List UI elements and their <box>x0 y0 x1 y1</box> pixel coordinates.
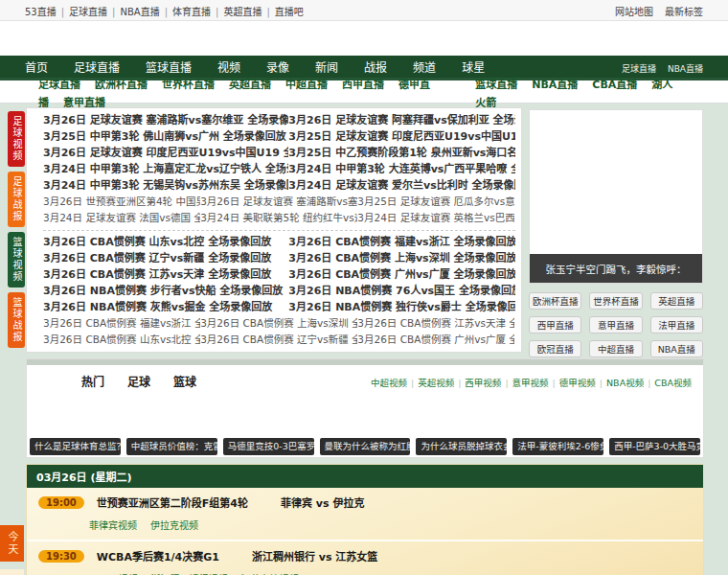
basketball-video-link[interactable]: 3月26日 NBA惯例赛 灰熊vs掘金 全场录像回放 <box>43 299 288 315</box>
topbar-link[interactable]: NBA直播 <box>120 7 172 17</box>
video-category-tab[interactable]: 足球 <box>127 376 150 389</box>
football-video-link-small[interactable]: 3月24日 美职联第5轮 纽约红牛vs迈阿... <box>200 210 357 226</box>
video-category-link[interactable]: 意甲视频 <box>512 378 559 388</box>
match-video-link[interactable]: 伊拉克视频 <box>150 520 198 531</box>
live-channel-button[interactable]: 中超直播 <box>589 340 642 357</box>
side-tabs: 足球视频 足球战报 篮球视频 篮球战报 <box>8 111 25 353</box>
list-row: 3月26日 CBA惯例赛 山东vs北控 全场录像回放3月26日 CBA惯例赛 福… <box>43 234 515 250</box>
football-video-link[interactable]: 3月24日 中甲第3轮 上海嘉定汇龙vs辽宁铁人 全场录像回放 <box>43 161 288 177</box>
basketball-video-list-2col: 3月26日 CBA惯例赛 山东vs北控 全场录像回放3月26日 CBA惯例赛 福… <box>43 234 515 315</box>
video-category-tab[interactable]: 篮球 <box>173 376 196 389</box>
basketball-video-link[interactable]: 3月26日 NBA惯例赛 步行者vs快船 全场录像回放 <box>43 283 288 299</box>
nav-right-link[interactable]: NBA直播 <box>668 64 703 74</box>
nav-right-link[interactable]: 足球直播 <box>622 64 656 74</box>
schedule-row: 19:30WCBA季后赛1/4决赛G1浙江稠州银行 vs 江苏女篮WCBA视频浙… <box>27 541 703 575</box>
football-video-link[interactable]: 3月25日 中乙预赛阶段第1轮 泉州亚新vs海口名城 全场录像回放 <box>288 145 515 161</box>
subnav-link[interactable]: NBA直播 <box>532 79 578 91</box>
live-channel-button[interactable]: 世界杯直播 <box>589 292 642 310</box>
basketball-video-link-small[interactable]: 3月26日 CBA惯例赛 福建vs浙江 全场... <box>43 315 200 332</box>
football-video-link[interactable]: 3月25日 中甲第3轮 佛山南狮vs广州 全场录像回放 <box>43 128 288 145</box>
basketball-video-link[interactable]: 3月26日 CBA惯例赛 辽宁vs新疆 全场录像回放 <box>43 250 288 266</box>
live-channel-button[interactable]: 英超直播 <box>650 292 703 310</box>
topbar-link[interactable]: 体育直播 <box>172 7 223 17</box>
subnav-link[interactable]: 英超直播 <box>229 79 271 91</box>
football-video-link-small[interactable]: 3月25日 足球友谊赛 厄瓜多尔vs意大利 ... <box>357 194 514 210</box>
basketball-video-link-small[interactable]: 3月26日 CBA惯例赛 江苏vs天津 全场... <box>357 315 514 332</box>
topbar-right-link[interactable]: 网站地图 <box>615 7 653 17</box>
tab-tomorrow[interactable]: 明天 <box>0 569 24 575</box>
basketball-video-link[interactable]: 3月26日 CBA惯例赛 广州vs广厦 全场录像回放 <box>288 266 515 283</box>
topbar-link[interactable]: 直播吧 <box>275 7 304 17</box>
tab-basketball-video[interactable]: 篮球视频 <box>8 232 25 288</box>
basketball-video-link-small[interactable]: 3月26日 CBA惯例赛 山东vs北控 全场... <box>43 332 200 348</box>
tab-basketball-report[interactable]: 篮球战报 <box>8 292 25 348</box>
basketball-video-link-small[interactable]: 3月26日 CBA惯例赛 辽宁vs新疆 全场... <box>200 332 357 348</box>
football-video-link[interactable]: 3月25日 足球友谊赛 印度尼西亚U19vs中国U19 全场录像回放 <box>288 128 515 145</box>
topbar-link[interactable]: 足球直播 <box>69 7 120 17</box>
topbar-right-link[interactable]: 最新标签 <box>665 7 703 17</box>
video-category-link[interactable]: NBA视频 <box>606 378 654 388</box>
video-category-link[interactable]: CBA视频 <box>654 378 692 388</box>
football-video-link[interactable]: 3月24日 中甲第3轮 无锡吴钩vs苏州东吴 全场录像回放 <box>43 177 288 194</box>
live-channel-button[interactable]: 欧洲杯直播 <box>529 292 581 310</box>
football-video-link[interactable]: 3月24日 中甲第3轮 大连英博vs广西平果哈嘹 全场录像回放 <box>288 161 515 177</box>
topbar-link[interactable]: 53直播 <box>25 7 69 17</box>
subnav-link[interactable]: 欧洲杯直播 <box>95 79 148 91</box>
news-item[interactable]: 曼联为什么被称为红魔？曼联 <box>320 438 411 455</box>
basketball-video-link-small[interactable]: 3月26日 CBA惯例赛 广州vs广厦 全场... <box>357 332 514 348</box>
subnav-link[interactable]: 中超直播 <box>285 79 328 91</box>
video-category-tab[interactable]: 热门 <box>81 376 104 389</box>
news-item[interactable]: 为什么球员脱掉球衣会被黄牌 <box>416 438 507 455</box>
video-category-link[interactable]: 英超视频 <box>418 378 465 388</box>
section-divider <box>43 230 515 231</box>
football-video-link[interactable]: 3月26日 足球友谊赛 塞浦路斯vs塞尔维亚 全场录像回放 <box>43 112 288 128</box>
basketball-video-link[interactable]: 3月26日 CBA惯例赛 上海vs深圳 全场录像回放 <box>288 250 515 266</box>
subnav-link[interactable]: 湖人 <box>651 79 672 91</box>
live-channel-button[interactable]: 欧冠直播 <box>529 340 581 357</box>
football-video-link-small[interactable]: 3月24日 足球友谊赛 英格兰vs巴西 全场... <box>357 210 514 226</box>
football-video-link[interactable]: 3月26日 足球友谊赛 阿塞拜疆vs保加利亚 全场录像回放 <box>288 112 515 128</box>
subnav-link[interactable]: 世界杯直播 <box>162 79 215 91</box>
featured-video-caption[interactable]: 张玉宁半空门踢飞，李毅惊呼： <box>530 254 702 283</box>
schedule-row: 19:00世预赛亚洲区第二阶段F组第4轮菲律宾 vs 伊拉克菲律宾视频伊拉克视频 <box>27 488 703 541</box>
video-category-link[interactable]: 德甲视频 <box>559 378 606 388</box>
list-row: 3月26日 足球友谊赛 塞浦路斯vs塞尔维亚 全场录像回放3月26日 足球友谊赛… <box>43 112 515 128</box>
schedule-row-main: 19:00世预赛亚洲区第二阶段F组第4轮菲律宾 vs 伊拉克 <box>38 494 694 510</box>
match-video-link[interactable]: 菲律宾视频 <box>89 520 137 531</box>
tab-football-report[interactable]: 足球战报 <box>8 172 25 227</box>
tab-football-video[interactable]: 足球视频 <box>8 111 25 167</box>
football-video-link-small[interactable]: 3月26日 世预赛亚洲区第4轮 中国男足v... <box>43 194 200 210</box>
subnav-link[interactable]: 足球直播 <box>38 79 80 91</box>
news-item[interactable]: 马德里竞技0-3巴塞罗那，巴 <box>223 438 314 455</box>
live-channel-button[interactable]: 意甲直播 <box>589 316 642 334</box>
live-channel-button[interactable]: NBA直播 <box>650 340 703 357</box>
football-video-link-small[interactable]: 3月26日 足球友谊赛 塞浦路斯vs塞尔维... <box>200 194 357 210</box>
football-video-link-small[interactable]: 3月24日 足球友谊赛 法国vs德国 全场集... <box>43 210 200 226</box>
basketball-video-link[interactable]: 3月26日 NBA惯例赛 独行侠vs爵士 全场录像回放 <box>288 299 515 315</box>
subnav-link[interactable]: CBA直播 <box>592 79 637 91</box>
quick-live-buttons: 欧洲杯直播世界杯直播英超直播西甲直播意甲直播法甲直播欧冠直播中超直播NBA直播 <box>529 292 703 357</box>
basketball-video-link-small[interactable]: 3月26日 CBA惯例赛 上海vs深圳 全场... <box>200 315 357 332</box>
football-video-link[interactable]: 3月24日 足球友谊赛 爱尔兰vs比利时 全场录像回放 <box>288 177 515 194</box>
subnav-link[interactable]: 西甲直播 <box>342 79 384 91</box>
basketball-video-link[interactable]: 3月26日 CBA惯例赛 福建vs浙江 全场录像回放 <box>288 234 515 250</box>
live-channel-button[interactable]: 法甲直播 <box>650 316 703 334</box>
video-category-link[interactable]: 西甲视频 <box>465 378 512 388</box>
list-row: 3月26日 NBA惯例赛 灰熊vs掘金 全场录像回放3月26日 NBA惯例赛 独… <box>43 299 515 315</box>
topbar-link[interactable]: 英超直播 <box>223 7 274 17</box>
news-item[interactable]: 中超球员价值榜：克雷桑670 <box>126 438 217 455</box>
featured-video-thumbnail[interactable]: 张玉宁半空门踢飞，李毅惊呼： <box>529 109 703 284</box>
video-category-link[interactable]: 中超视频 <box>371 378 418 388</box>
news-item[interactable]: 法甲-蒙彼利埃2-6惨负巴黎， <box>512 438 603 455</box>
news-item[interactable]: 西甲-巴萨3-0大胜马竞，莱万 <box>609 438 700 455</box>
football-video-link[interactable]: 3月26日 足球友谊赛 印度尼西亚U19vs中国U19 全场录像回放 <box>43 145 288 161</box>
tab-today[interactable]: 今天 <box>0 525 24 562</box>
basketball-video-link[interactable]: 3月26日 CBA惯例赛 江苏vs天津 全场录像回放 <box>43 266 288 283</box>
basketball-video-link[interactable]: 3月26日 CBA惯例赛 山东vs北控 全场录像回放 <box>43 234 288 250</box>
subnav-link[interactable]: 篮球直播 <box>475 79 517 91</box>
news-item[interactable]: 什么是足球体育总监？利物浦 <box>30 438 121 455</box>
day-tabs: 今天 明天 <box>0 525 24 575</box>
live-channel-button[interactable]: 西甲直播 <box>529 316 581 334</box>
football-video-list-3col: 3月26日 世预赛亚洲区第4轮 中国男足v...3月26日 足球友谊赛 塞浦路斯… <box>43 194 515 226</box>
basketball-video-link[interactable]: 3月26日 NBA惯例赛 76人vs国王 全场录像回放 <box>288 283 515 299</box>
